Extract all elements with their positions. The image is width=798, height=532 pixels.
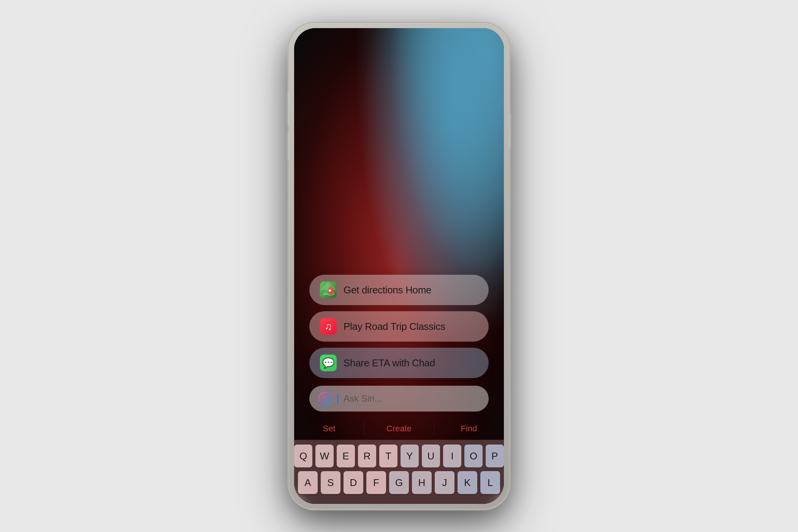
key-A[interactable]: A	[298, 471, 318, 494]
suggestion-share-eta-label: Share ETA with Chad	[344, 357, 435, 369]
suggestion-share-eta[interactable]: 💬 Share ETA with Chad	[309, 348, 489, 378]
key-E[interactable]: E	[337, 445, 355, 467]
siri-placeholder-text: Ask Siri...	[344, 393, 382, 404]
key-H[interactable]: H	[412, 471, 432, 494]
music-app-icon: ♫	[320, 318, 337, 335]
suggestion-music[interactable]: ♫ Play Road Trip Classics	[309, 311, 489, 342]
power-button[interactable]	[509, 114, 511, 148]
siri-suggestions: Get directions Home ♫ Play Road Trip Cla…	[294, 275, 504, 378]
key-I[interactable]: I	[443, 445, 461, 467]
key-W[interactable]: W	[315, 445, 334, 467]
suggestion-directions[interactable]: Get directions Home	[309, 275, 489, 305]
keyboard: Q W E R T Y U I O P A S D F G H	[294, 440, 504, 504]
suggestion-music-label: Play Road Trip Classics	[344, 321, 445, 332]
quick-action-find[interactable]: Find	[434, 418, 504, 440]
key-U[interactable]: U	[422, 445, 440, 467]
quick-actions-bar: Set Create Find	[294, 418, 504, 440]
messages-icon-glyph: 💬	[322, 358, 334, 368]
key-J[interactable]: J	[435, 471, 454, 494]
siri-input-bar[interactable]: Ask Siri...	[309, 386, 489, 412]
key-P[interactable]: P	[486, 445, 504, 467]
key-O[interactable]: O	[464, 445, 483, 467]
maps-app-icon	[320, 282, 337, 298]
key-D[interactable]: D	[344, 471, 363, 494]
key-T[interactable]: T	[379, 445, 397, 467]
svg-point-4	[319, 392, 332, 405]
volume-up-button[interactable]	[287, 99, 289, 125]
quick-action-set[interactable]: Set	[294, 418, 364, 440]
key-Q[interactable]: Q	[294, 445, 312, 467]
key-R[interactable]: R	[358, 445, 376, 467]
phone-frame: Get directions Home ♫ Play Road Trip Cla…	[289, 23, 509, 509]
svg-point-5	[323, 397, 327, 401]
keyboard-row-1: Q W E R T Y U I O P	[298, 445, 500, 467]
volume-down-button[interactable]	[287, 133, 289, 160]
key-L[interactable]: L	[480, 471, 500, 494]
siri-text-cursor	[337, 394, 338, 404]
screen-content: Get directions Home ♫ Play Road Trip Cla…	[294, 28, 504, 504]
key-Y[interactable]: Y	[401, 445, 419, 467]
siri-logo-icon	[318, 392, 332, 405]
key-G[interactable]: G	[389, 471, 409, 494]
keyboard-row-2: A S D F G H J K L	[298, 471, 500, 494]
music-icon-glyph: ♫	[325, 321, 332, 331]
suggestion-directions-label: Get directions Home	[344, 284, 431, 296]
quick-action-create[interactable]: Create	[364, 418, 434, 440]
siri-bar-container: Ask Siri...	[294, 386, 504, 412]
key-K[interactable]: K	[458, 471, 477, 494]
phone-screen: Get directions Home ♫ Play Road Trip Cla…	[294, 28, 504, 504]
key-S[interactable]: S	[321, 471, 340, 494]
messages-app-icon: 💬	[320, 355, 337, 371]
key-F[interactable]: F	[366, 471, 386, 494]
